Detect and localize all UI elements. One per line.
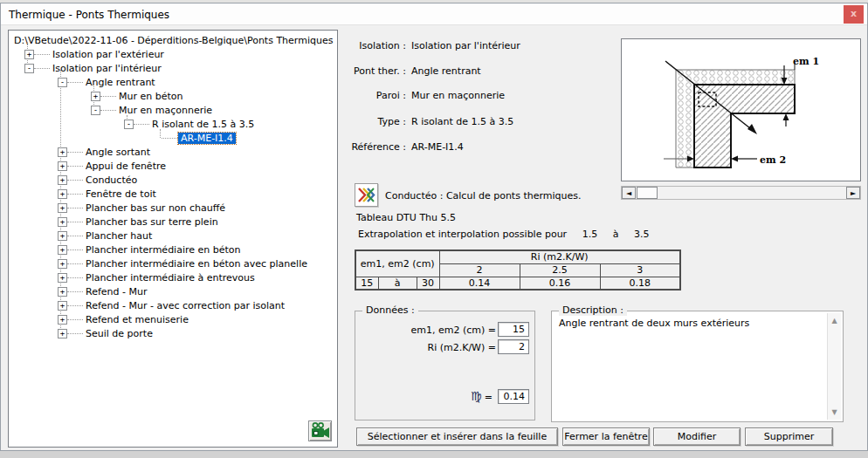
- close-window-button[interactable]: Fermer la fenêtre: [562, 427, 650, 446]
- tree-expand-icon[interactable]: +: [91, 92, 100, 101]
- tree-item-label[interactable]: Refend - Mur: [83, 286, 149, 297]
- delete-button[interactable]: Supprimer: [745, 427, 833, 446]
- tree-item-label[interactable]: Mur en maçonnerie: [116, 105, 215, 116]
- title-bar[interactable]: Thermique - Ponts Thermiques x: [1, 3, 867, 25]
- tree-item-label[interactable]: R isolant de 1.5 à 3.5: [149, 119, 257, 130]
- tree-connector: [67, 208, 83, 208]
- tree-item[interactable]: +Conductéo: [10, 173, 335, 187]
- tree-item[interactable]: +Refend - Mur - avec correction par isol…: [10, 298, 335, 312]
- tree-item-label[interactable]: Conductéo: [83, 174, 140, 186]
- tree-item-label[interactable]: D:\VBetude\2022-11-06 - Déperditions-Bel…: [10, 35, 335, 46]
- tree-expand-icon[interactable]: +: [58, 259, 67, 269]
- tree-item[interactable]: +Mur en béton: [10, 89, 335, 103]
- modify-button[interactable]: Modifier: [653, 427, 741, 446]
- scroll-left-icon[interactable]: ◄: [622, 187, 636, 199]
- tree-item[interactable]: +Plancher intermédiaire à entrevous: [10, 270, 335, 284]
- scrollbar-thumb[interactable]: [637, 187, 658, 199]
- tree-expand-icon[interactable]: +: [58, 161, 67, 171]
- em-input[interactable]: 15: [498, 322, 529, 337]
- tree-expand-icon[interactable]: +: [58, 301, 67, 311]
- tree-item-label[interactable]: Plancher intermédiaire en béton: [83, 244, 244, 256]
- tree-item-label[interactable]: Plancher haut: [83, 230, 155, 242]
- tree-item[interactable]: -Angle rentrant: [10, 75, 335, 89]
- tree-expand-icon[interactable]: +: [58, 245, 67, 255]
- tree-root-item[interactable]: D:\VBetude\2022-11-06 - Déperditions-Bel…: [10, 33, 335, 47]
- tree-collapse-icon[interactable]: -: [91, 106, 100, 115]
- tree-collapse-icon[interactable]: -: [58, 78, 67, 87]
- tree-connector: [67, 291, 83, 292]
- camera-button[interactable]: [308, 420, 332, 441]
- dtu-values-table: em1, em2 (cm) Ri (m2.K/W) 2 2.5 3 15 à 3…: [355, 250, 681, 291]
- extrapolation-min: 1.5: [582, 229, 598, 240]
- tree-collapse-icon[interactable]: -: [124, 120, 134, 129]
- ri-input[interactable]: 2: [498, 339, 529, 354]
- diagram-horizontal-scrollbar[interactable]: ◄ ►: [621, 186, 861, 200]
- description-scrollbar[interactable]: ▲ ▼: [827, 313, 841, 420]
- tree-expand-icon[interactable]: +: [58, 315, 67, 325]
- tree-item-label[interactable]: Plancher intermédiaire en béton avec pla…: [83, 258, 310, 270]
- tree-item[interactable]: AR-ME-I1.4: [10, 131, 335, 145]
- tree-connector: [100, 110, 116, 111]
- extrapolation-text: Extrapolation et interpolation possible …: [358, 229, 567, 240]
- tree-connector: [67, 180, 83, 181]
- tree-item-label-selected[interactable]: AR-ME-I1.4: [178, 133, 236, 144]
- tree-item[interactable]: +Seuil de porte: [10, 326, 335, 340]
- tree-item-label[interactable]: Mur en béton: [116, 91, 185, 102]
- tree-item[interactable]: +Appui de fenêtre: [10, 159, 335, 173]
- donnees-group: Données : em1, em2 (cm) = 15 Ri (m2.K/W)…: [355, 311, 535, 420]
- window-title: Thermique - Ponts Thermiques: [9, 9, 169, 21]
- tree-item-label[interactable]: Fenêtre de toit: [83, 188, 159, 200]
- scroll-up-icon[interactable]: ▲: [828, 317, 841, 325]
- tree-item[interactable]: +Plancher haut: [10, 229, 335, 243]
- table-ri-col: 2: [439, 263, 520, 277]
- tree-item[interactable]: -R isolant de 1.5 à 3.5: [10, 117, 335, 131]
- table-ri-col: 2.5: [520, 263, 600, 277]
- tree-item[interactable]: -Mur en maçonnerie: [10, 103, 335, 117]
- info-value: Isolation par l'intérieur: [411, 40, 520, 51]
- tree-item-label[interactable]: Plancher bas sur terre plein: [83, 216, 221, 228]
- tree-item[interactable]: +Fenêtre de toit: [10, 187, 335, 201]
- tree-connector: [134, 124, 149, 125]
- tree-expand-icon[interactable]: +: [58, 175, 67, 185]
- em-field-label: em1, em2 (cm) =: [410, 325, 496, 336]
- info-value: Mur en maçonnerie: [411, 90, 505, 101]
- table-range-sep: à: [378, 277, 417, 290]
- tree-expand-icon[interactable]: +: [24, 50, 34, 59]
- tree-item-label[interactable]: Refend - Mur - avec correction par isola…: [83, 300, 287, 311]
- tree-item[interactable]: +Plancher intermédiaire en béton: [10, 243, 335, 256]
- thermal-bridge-tree[interactable]: D:\VBetude\2022-11-06 - Déperditions-Bel…: [8, 30, 338, 448]
- select-insert-button[interactable]: Sélectionner et insérer dans la feuille: [356, 427, 558, 446]
- tree-expand-icon[interactable]: +: [58, 203, 67, 213]
- tree-item[interactable]: +Angle sortant: [10, 145, 335, 159]
- tree-item[interactable]: +Plancher bas sur non chauffé: [10, 201, 335, 215]
- conducteo-logo-button[interactable]: [355, 183, 378, 207]
- tree-expand-icon[interactable]: +: [58, 273, 67, 283]
- tree-item[interactable]: +Plancher bas sur terre plein: [10, 215, 335, 229]
- tree-item-label[interactable]: Plancher bas sur non chauffé: [83, 202, 228, 214]
- tree-item[interactable]: +Isolation par l'extérieur: [10, 47, 335, 61]
- tree-item-label[interactable]: Angle sortant: [83, 147, 153, 158]
- tree-item[interactable]: +Refend - Mur: [10, 284, 335, 298]
- tree-item[interactable]: +Plancher intermédiaire en béton avec pl…: [10, 256, 335, 270]
- tree-connector: [162, 138, 178, 139]
- table-value: 0.14: [439, 277, 520, 290]
- tree-expand-icon[interactable]: +: [58, 147, 67, 157]
- close-button[interactable]: x: [844, 5, 864, 24]
- tree-expand-icon[interactable]: +: [58, 329, 67, 338]
- tree-expand-icon[interactable]: +: [58, 231, 67, 241]
- tree-expand-icon[interactable]: +: [58, 189, 67, 199]
- tree-item-label[interactable]: Refend et menuiserie: [83, 314, 191, 325]
- tree-collapse-icon[interactable]: -: [24, 64, 34, 73]
- psi-input[interactable]: 0.14: [498, 389, 529, 404]
- tree-expand-icon[interactable]: +: [58, 217, 67, 227]
- tree-item-label[interactable]: Appui de fenêtre: [83, 161, 169, 172]
- scroll-right-icon[interactable]: ►: [846, 187, 860, 199]
- tree-item-label[interactable]: Seuil de porte: [83, 328, 155, 339]
- tree-item[interactable]: +Refend et menuiserie: [10, 312, 335, 326]
- tree-item-label[interactable]: Isolation par l'extérieur: [50, 49, 167, 60]
- scroll-down-icon[interactable]: ▼: [828, 408, 841, 416]
- tree-expand-icon[interactable]: +: [58, 287, 67, 297]
- tree-item-label[interactable]: Isolation par l'intérieur: [50, 63, 164, 74]
- tree-item-label[interactable]: Plancher intermédiaire à entrevous: [83, 272, 258, 284]
- tree-item[interactable]: -Isolation par l'intérieur: [10, 61, 335, 75]
